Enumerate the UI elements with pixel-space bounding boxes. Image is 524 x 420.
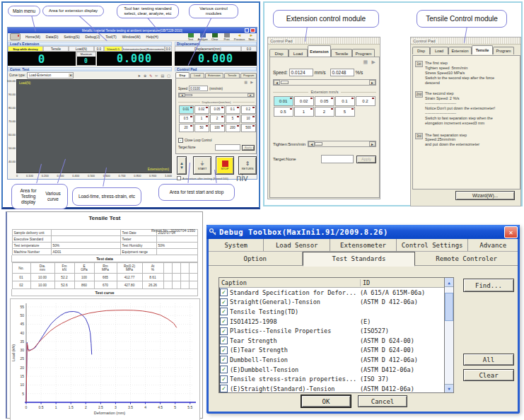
target-input[interactable] — [321, 155, 354, 163]
close-button[interactable] — [250, 28, 255, 33]
speed-0.05[interactable]: 0.05 — [315, 96, 334, 106]
speed-0.5[interactable]: 0.5 — [274, 107, 293, 117]
curve-type-select[interactable]: Load-Extension▼ — [27, 72, 74, 78]
scroll-down-icon[interactable]: ▼ — [445, 384, 453, 392]
stop-while-destroy[interactable]: Stop while destroy — [8, 46, 43, 52]
menu-item-setting[interactable]: Setting(S) — [64, 35, 79, 39]
list-item[interactable]: ✓Standard Specification for Defor...(A 6… — [219, 288, 444, 298]
speed-0.1[interactable]: 0.1 — [226, 105, 240, 114]
list-item[interactable]: ✓Dumbbell-Tension(ASTM D 412-06a) — [219, 355, 444, 365]
speed-500[interactable]: 500 — [241, 124, 256, 132]
cancel-button[interactable]: Cancel — [358, 395, 407, 407]
cursor-icon[interactable]: ➤ — [138, 74, 141, 78]
column-id[interactable]: ID — [361, 279, 444, 286]
toolbar-clear-button[interactable]: Clear — [209, 33, 221, 41]
speed-0.5[interactable]: 0.5 — [179, 115, 194, 123]
apply-button[interactable]: Apply — [242, 145, 255, 151]
curve-plot-area[interactable]: Load(N) Extension(mm) — [16, 79, 172, 173]
speed-0.02[interactable]: 0.02 — [294, 96, 314, 106]
speed-1[interactable]: 1 — [294, 107, 314, 117]
toolbar-test-button[interactable]: Test — [185, 33, 197, 41]
speed-0.01[interactable]: 0.01 — [274, 96, 293, 106]
menu-item-tool[interactable]: Tool(T) — [105, 35, 117, 39]
toolbar-previous-button[interactable]: ◄Previous — [233, 33, 246, 41]
speed-0.2[interactable]: 0.2 — [356, 96, 375, 106]
scroll-thumb[interactable] — [445, 293, 453, 321]
speed-1[interactable]: 1 — [194, 115, 209, 123]
list-item[interactable]: ✓Plastics--Tensile Properties(ISO527) — [219, 326, 444, 336]
tab-tensile[interactable]: Tensile — [224, 73, 240, 78]
tab-load[interactable]: Load — [190, 73, 204, 78]
speed-200[interactable]: 200 — [226, 124, 240, 132]
list-item[interactable]: ✓Tensile Testing(TD) — [219, 307, 444, 317]
menu-item-debug[interactable]: Debug(J) — [86, 35, 100, 39]
checkbox-checked[interactable]: ✓ — [220, 308, 228, 315]
tab-program[interactable]: Program — [240, 73, 257, 78]
wizard-button[interactable]: Wizard(W)... — [455, 191, 515, 200]
speed-mm-input[interactable]: 0.0124 — [289, 69, 313, 76]
ok-button[interactable]: OK — [301, 395, 351, 407]
speed-0.01[interactable]: 0.01 — [179, 105, 194, 114]
pen-icon[interactable]: ✎ — [149, 74, 152, 78]
target-input[interactable] — [215, 144, 240, 151]
auto-return-checkbox[interactable] — [177, 176, 181, 180]
tab-tensile[interactable]: Tensile — [472, 45, 493, 54]
list-item[interactable]: ✓(E)Tear Strength(ASTM D 624-00) — [219, 346, 444, 356]
zoom-in-icon[interactable]: ⊕ — [144, 74, 146, 78]
tab-control-settings[interactable]: Control Settings — [397, 239, 469, 251]
play-icon[interactable]: ▶ — [250, 80, 253, 84]
start-button[interactable]: ⏚ START — [193, 156, 211, 175]
checkbox-checked[interactable]: ✓ — [220, 327, 228, 335]
tab-load[interactable]: Load — [430, 47, 448, 54]
checkbox-checked[interactable]: ✓ — [220, 298, 228, 306]
checkbox-checked[interactable]: ✓ — [220, 366, 228, 373]
speed-20[interactable]: 20 — [179, 124, 194, 132]
close-loop-checkbox[interactable]: ✓ — [178, 138, 183, 143]
minimize-button[interactable] — [245, 28, 249, 33]
speed-0.02[interactable]: 0.02 — [194, 105, 209, 114]
checkbox-checked[interactable]: ✓ — [220, 317, 228, 325]
tab-test-standards[interactable]: Test Standards — [303, 252, 416, 267]
speed-0.05[interactable]: 0.05 — [210, 105, 225, 114]
speed-5[interactable]: 5 — [335, 107, 355, 117]
apply-button[interactable]: Apply — [356, 156, 376, 163]
menu-item-window[interactable]: Window(W) — [122, 35, 141, 39]
tab-extensometer[interactable]: Extensometer — [330, 239, 397, 251]
menu-item-help[interactable]: Help(H) — [146, 35, 158, 39]
tab-extension[interactable]: Extension — [205, 73, 224, 78]
checkbox-checked[interactable]: ✓ — [220, 356, 228, 363]
speed-0.1[interactable]: 0.1 — [335, 96, 355, 106]
list-item[interactable]: ✓Straight(General)-Tension(ASTM D 412-06… — [219, 298, 444, 308]
tab-system[interactable]: System — [209, 239, 264, 251]
tab-advance[interactable]: Advance — [468, 239, 518, 251]
speed-100[interactable]: 100 — [210, 124, 225, 132]
tab-disp[interactable]: Disp — [412, 47, 430, 54]
speed-slider[interactable]: ◄► — [178, 93, 255, 98]
stop-button[interactable]: STOP — [216, 156, 234, 175]
tab-load-sensor[interactable]: Load Sensor — [264, 239, 330, 251]
checkbox-checked[interactable]: ✓ — [220, 346, 228, 354]
clear-button[interactable]: Clear — [463, 369, 514, 381]
speed-slider[interactable]: ◄► — [273, 79, 376, 86]
window-icon[interactable]: ▢ — [167, 74, 170, 78]
list-item[interactable]: ✓ISO14125-1998(E) — [219, 317, 444, 327]
speed-50[interactable]: 50 — [194, 124, 209, 132]
checkbox-checked[interactable]: ✓ — [220, 288, 228, 296]
all-button[interactable]: All — [463, 354, 514, 366]
toolbar-next-button[interactable]: ►Next — [246, 33, 257, 41]
jog-button[interactable]: ▲ ▼ — [177, 156, 187, 175]
menu-item-data[interactable]: Data(D) — [46, 35, 59, 39]
tab-program[interactable]: Program — [493, 47, 514, 54]
tab-option[interactable]: Option — [209, 252, 303, 265]
speed-10[interactable]: 10 — [241, 115, 256, 123]
speed-0.2[interactable]: 0.2 — [241, 105, 256, 114]
scroll-up-icon[interactable]: ▲ — [445, 278, 453, 287]
column-caption[interactable]: Caption — [219, 279, 361, 286]
toolbar-print-button[interactable]: Print — [221, 33, 233, 41]
dialog-title-bar[interactable]: Debug Toolbox(MaxIni1.91/2009.8.26) ✕ — [206, 225, 520, 239]
tab-disp[interactable]: Disp — [175, 72, 190, 78]
close-button[interactable]: ✕ — [504, 226, 518, 238]
checkbox-checked[interactable]: ✓ — [220, 337, 228, 344]
tab-extension[interactable]: Extension — [308, 45, 331, 57]
speed-pct-input[interactable]: 0.0248 — [330, 69, 354, 76]
